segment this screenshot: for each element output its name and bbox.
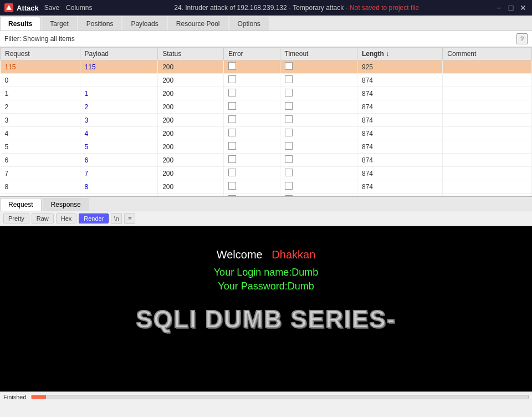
columns-menu[interactable]: Columns <box>66 4 92 12</box>
cell-comment <box>443 87 532 100</box>
welcome-prefix: Welcome <box>217 248 263 261</box>
cell-timeout <box>280 154 357 167</box>
menu-icon[interactable]: ≡ <box>124 213 135 224</box>
col-error[interactable]: Error <box>223 48 280 60</box>
cell-request: 8 <box>1 180 80 194</box>
cell-request: 115 <box>1 60 80 74</box>
cell-comment <box>443 100 532 114</box>
cell-timeout <box>280 114 357 127</box>
cell-status: 200 <box>158 167 224 180</box>
cell-comment <box>443 127 532 140</box>
fmt-render[interactable]: Render <box>79 213 109 223</box>
cell-status: 200 <box>158 87 224 100</box>
cell-status: 200 <box>158 154 224 167</box>
tab-results[interactable]: Results <box>0 17 40 30</box>
save-menu[interactable]: Save <box>44 4 59 12</box>
cell-error <box>223 154 280 167</box>
cell-payload: 115 <box>80 60 158 74</box>
cell-length: 925 <box>357 60 442 74</box>
cell-status: 200 <box>158 60 224 74</box>
help-button[interactable]: ? <box>516 33 528 44</box>
results-table-container: Request Payload Status Error Timeout Len… <box>0 47 532 197</box>
cell-timeout <box>280 87 357 100</box>
col-payload[interactable]: Payload <box>80 48 158 60</box>
svg-marker-0 <box>6 5 12 10</box>
maximize-button[interactable]: □ <box>507 3 515 12</box>
welcome-name: Dhakkan <box>272 248 315 261</box>
tab-resource-pool[interactable]: Resource Pool <box>168 17 228 30</box>
table-row[interactable]: 33200874 <box>1 114 532 127</box>
table-row[interactable]: 0200874 <box>1 74 532 87</box>
cell-payload: 3 <box>80 114 158 127</box>
close-button[interactable]: ✕ <box>519 3 528 12</box>
cell-comment <box>443 140 532 154</box>
table-row[interactable]: 115115200925 <box>1 60 532 74</box>
table-row[interactable]: 22200874 <box>1 100 532 114</box>
table-body: 1151152009250200874112008742220087433200… <box>1 60 532 197</box>
cell-timeout <box>280 100 357 114</box>
cell-error <box>223 127 280 140</box>
cell-comment <box>443 154 532 167</box>
tab-target[interactable]: Target <box>42 17 76 30</box>
cell-length: 874 <box>357 114 442 127</box>
cell-status: 200 <box>158 74 224 87</box>
cell-length: 874 <box>357 154 442 167</box>
progress-bar-fill <box>32 395 47 399</box>
cell-comment <box>443 167 532 180</box>
cell-error <box>223 60 280 74</box>
newline-toggle[interactable]: \n <box>111 213 122 224</box>
cell-error <box>223 100 280 114</box>
tab-bar: Results Target Positions Payloads Resour… <box>0 16 532 31</box>
cell-error <box>223 180 280 194</box>
tab-response[interactable]: Response <box>43 198 89 211</box>
table-row[interactable]: 44200874 <box>1 127 532 140</box>
table-row[interactable]: 11200874 <box>1 87 532 100</box>
title-bar: Attack Save Columns 24. Intruder attack … <box>0 0 532 16</box>
fmt-pretty[interactable]: Pretty <box>3 213 29 223</box>
cell-length: 874 <box>357 74 442 87</box>
table-row[interactable]: 88200874 <box>1 180 532 194</box>
welcome-line: Welcome Dhakkan <box>217 248 316 261</box>
cell-payload: 2 <box>80 100 158 114</box>
cell-payload: 6 <box>80 154 158 167</box>
cell-error <box>223 167 280 180</box>
col-request[interactable]: Request <box>1 48 80 60</box>
cell-status: 200 <box>158 180 224 194</box>
cell-comment <box>443 114 532 127</box>
app-icon <box>4 3 13 12</box>
table-row[interactable]: 77200874 <box>1 167 532 180</box>
minimize-button[interactable]: − <box>494 3 503 12</box>
fmt-raw[interactable]: Raw <box>32 213 54 223</box>
fmt-hex[interactable]: Hex <box>56 213 77 223</box>
status-bar: Finished <box>0 391 532 401</box>
cell-request: 3 <box>1 114 80 127</box>
table-row[interactable]: 66200874 <box>1 154 532 167</box>
col-status[interactable]: Status <box>158 48 224 60</box>
cell-status: 200 <box>158 100 224 114</box>
table-header-row: Request Payload Status Error Timeout Len… <box>1 48 532 60</box>
table-row[interactable]: 55200874 <box>1 140 532 154</box>
cell-request: 7 <box>1 167 80 180</box>
cell-length: 874 <box>357 180 442 194</box>
cell-payload: 1 <box>80 87 158 100</box>
cell-payload: 8 <box>80 180 158 194</box>
window-title: 24. Intruder attack of 192.168.239.132 -… <box>99 4 494 12</box>
cell-timeout <box>280 74 357 87</box>
cell-length: 874 <box>357 167 442 180</box>
tab-options[interactable]: Options <box>229 17 269 30</box>
cell-length: 874 <box>357 140 442 154</box>
tab-request[interactable]: Request <box>0 198 42 211</box>
col-timeout[interactable]: Timeout <box>280 48 357 60</box>
cell-request: 0 <box>1 74 80 87</box>
cell-timeout <box>280 167 357 180</box>
filter-bar: Filter: Showing all items ? <box>0 31 532 47</box>
tab-positions[interactable]: Positions <box>78 17 122 30</box>
col-comment[interactable]: Comment <box>443 48 532 60</box>
cell-request: 4 <box>1 127 80 140</box>
col-length[interactable]: Length ↓ <box>357 48 442 60</box>
cell-length: 874 <box>357 87 442 100</box>
attack-menu[interactable]: Attack <box>17 4 39 12</box>
tab-payloads[interactable]: Payloads <box>122 17 166 30</box>
sqli-banner: SQLI DUMB SERIES- <box>136 306 396 333</box>
cell-status: 200 <box>158 140 224 154</box>
